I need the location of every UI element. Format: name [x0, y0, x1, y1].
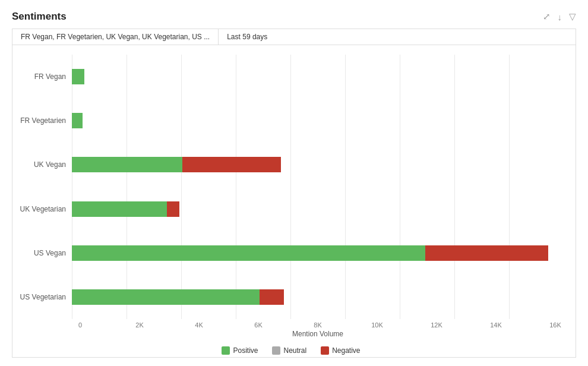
- grid-line: [345, 55, 400, 319]
- bar-track: [72, 113, 564, 128]
- widget-title: Sentiments: [12, 11, 67, 23]
- x-tick: 12K: [428, 321, 445, 329]
- bar-negative-segment: [260, 289, 284, 305]
- x-ticks: 02K4K6K8K10K12K14K16K: [72, 321, 564, 329]
- bar-positive-segment: [72, 157, 182, 172]
- x-tick: 16K: [547, 321, 564, 329]
- legend-label: Neutral: [283, 346, 306, 355]
- legend: PositiveNeutralNegative: [18, 340, 564, 357]
- bar-row: [72, 109, 564, 132]
- grid-line: [236, 55, 290, 319]
- date-filter[interactable]: Last 59 days: [219, 29, 276, 45]
- grid-line: [72, 55, 127, 319]
- y-label: UK Vegan: [18, 161, 66, 168]
- y-label: UK Vegetarian: [18, 206, 66, 213]
- bar-positive-segment: [72, 201, 167, 217]
- grid-line: [127, 55, 181, 319]
- bar-track: [72, 157, 564, 172]
- x-tick: 8K: [309, 321, 326, 329]
- y-label: US Vegan: [18, 250, 66, 257]
- x-tick: 10K: [369, 321, 385, 329]
- legend-color-box: [222, 346, 230, 355]
- grid-line: [181, 55, 236, 319]
- bar-row: [72, 153, 564, 176]
- bar-track: [72, 201, 564, 217]
- grid-line: [400, 55, 454, 319]
- y-label: US Vegetarian: [18, 294, 66, 301]
- grid-line: [454, 55, 509, 319]
- download-icon[interactable]: ↓: [558, 12, 562, 22]
- bar-row: [72, 242, 564, 264]
- bar-row: [72, 198, 564, 220]
- legend-item: Negative: [321, 346, 360, 355]
- x-tick: 4K: [191, 321, 207, 329]
- bar-track: [72, 245, 564, 261]
- bars-and-xaxis: 02K4K6K8K10K12K14K16K Mention Volume: [72, 55, 564, 340]
- bar-positive-segment: [72, 245, 425, 261]
- x-axis: 02K4K6K8K10K12K14K16K Mention Volume: [72, 319, 564, 340]
- bar-negative-segment: [425, 245, 548, 261]
- bar-positive-segment: [72, 113, 83, 128]
- legend-item: Neutral: [272, 346, 306, 355]
- legend-label: Positive: [233, 346, 258, 355]
- y-axis-labels: FR VeganFR VegetarienUK VeganUK Vegetari…: [18, 55, 72, 340]
- legend-item: Positive: [222, 346, 258, 355]
- sentiments-widget: Sentiments ⤢ ↓ ▽ FR Vegan, FR Vegetarien…: [0, 0, 588, 366]
- bar-row: [72, 286, 564, 308]
- bar-negative-segment: [167, 201, 179, 217]
- bar-positive-segment: [72, 289, 260, 305]
- y-label: FR Vegan: [18, 73, 66, 80]
- chart-area: FR VeganFR VegetarienUK VeganUK Vegetari…: [12, 45, 576, 358]
- x-tick: 0: [72, 321, 88, 329]
- expand-icon[interactable]: ⤢: [543, 11, 551, 22]
- segment-filter[interactable]: FR Vegan, FR Vegetarien, UK Vegan, UK Ve…: [12, 29, 219, 45]
- bar-negative-segment: [182, 157, 281, 172]
- legend-color-box: [272, 346, 280, 355]
- bar-positive-segment: [72, 69, 84, 84]
- bar-track: [72, 69, 564, 84]
- x-tick: 2K: [131, 321, 148, 329]
- x-axis-label: Mention Volume: [72, 330, 564, 338]
- filter-icon[interactable]: ▽: [569, 11, 576, 22]
- chart-inner: FR VeganFR VegetarienUK VeganUK Vegetari…: [18, 55, 564, 340]
- grid-line: [509, 55, 564, 319]
- legend-label: Negative: [332, 346, 360, 355]
- x-tick: 6K: [250, 321, 267, 329]
- grid-line: [290, 55, 345, 319]
- widget-header: Sentiments ⤢ ↓ ▽: [12, 11, 576, 23]
- bar-row: [72, 65, 564, 88]
- bars-container: [72, 55, 564, 319]
- filter-bar: FR Vegan, FR Vegetarien, UK Vegan, UK Ve…: [12, 29, 576, 45]
- x-tick: 14K: [488, 321, 504, 329]
- header-icons: ⤢ ↓ ▽: [543, 11, 577, 22]
- bar-track: [72, 289, 564, 305]
- grid-lines: [72, 55, 564, 319]
- legend-color-box: [321, 346, 329, 355]
- y-label: FR Vegetarien: [18, 117, 66, 124]
